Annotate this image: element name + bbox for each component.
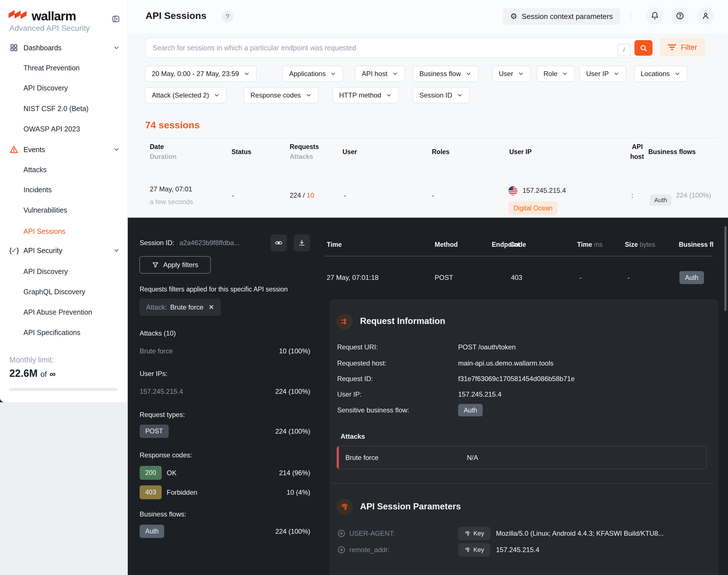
panel-scrollbar[interactable] xyxy=(724,226,727,311)
chevron-down-icon xyxy=(392,71,398,77)
session-context-parameters-button[interactable]: ⚙ Session context parameters xyxy=(503,8,620,25)
sidebar-item-graphql-discovery[interactable]: GraphQL Discovery xyxy=(24,288,85,296)
apply-filters-label: Apply filters xyxy=(163,261,198,269)
person-icon xyxy=(701,11,710,20)
cell-api-host: : xyxy=(631,191,633,199)
monthly-limit-value: 22.6M of ∞ xyxy=(9,368,56,379)
attack-detail-name: Brute force xyxy=(345,454,378,462)
session-id-value[interactable]: a2a4623b9f8ffdba... xyxy=(179,239,271,247)
filter-chip-applications[interactable]: Applications xyxy=(282,66,343,82)
filter-chip-user[interactable]: User xyxy=(492,66,531,82)
param-key-label: Key xyxy=(473,530,484,537)
chevron-down-icon xyxy=(244,71,250,77)
close-icon[interactable]: ✕ xyxy=(209,303,214,311)
help-button[interactable] xyxy=(671,7,689,25)
method-badge: POST xyxy=(140,425,169,438)
page-header xyxy=(128,0,728,34)
search-button[interactable] xyxy=(634,40,653,56)
chevron-down-icon xyxy=(330,71,336,77)
search-input[interactable] xyxy=(145,38,655,58)
account-button[interactable] xyxy=(697,7,715,25)
field-label-request-id: Request ID: xyxy=(337,375,373,383)
sidebar-item-api-sessions[interactable]: API Sessions xyxy=(24,227,66,235)
param-key-badge-remote-addr[interactable]: Key xyxy=(458,543,490,556)
sidebar-item-owasp-api[interactable]: OWASP API 2023 xyxy=(24,125,80,133)
card-section-divider xyxy=(331,483,713,484)
field-value-request-uri: POST /oauth/token xyxy=(458,343,516,351)
field-label-request-uri: Request URI: xyxy=(337,343,378,351)
filter-chip-session-id[interactable]: Session ID xyxy=(413,87,470,103)
monthly-limit-label: Monthly limit: xyxy=(9,356,54,364)
col-user: User xyxy=(343,148,357,156)
copy-link-button[interactable] xyxy=(271,234,287,251)
attack-filter-chip[interactable]: Attack: Brute force ✕ xyxy=(139,299,221,316)
param-label-user-agent: USER-AGENT: xyxy=(349,530,395,537)
chevron-down-icon xyxy=(518,71,524,77)
sidebar-item-attacks[interactable]: Attacks xyxy=(24,165,47,174)
cell-flow-count: 224 (100%) xyxy=(676,191,711,199)
user-ips-section-title: User IPs: xyxy=(140,370,168,378)
cell-user-ip[interactable]: 157.245.215.4 xyxy=(523,187,566,195)
field-value-user-ip: 157.245.215.4 xyxy=(458,391,501,398)
filter-chip-response-codes[interactable]: Response codes xyxy=(244,87,318,103)
rt-col-code: Code xyxy=(510,241,526,248)
chevron-down-icon xyxy=(562,71,568,77)
filter-chip-locations[interactable]: Locations xyxy=(634,66,687,82)
filter-button[interactable]: Filter xyxy=(660,38,705,57)
warning-triangle-icon xyxy=(9,145,19,154)
monthly-limit-progressbar[interactable] xyxy=(9,388,117,391)
rt-col-time: Time xyxy=(327,241,342,248)
field-value-request-id: f31e7f63069c170581454d086b58b71e xyxy=(458,375,575,383)
filter-chip-user-ip[interactable]: User IP xyxy=(579,66,626,82)
chevron-down-icon xyxy=(306,92,312,98)
attack-stat-row: Brute force 10 (100%) xyxy=(140,347,310,355)
param-value-user-agent: Mozilla/5.0 (Linux; Android 4.4.3; KFASW… xyxy=(496,530,664,537)
title-help-icon[interactable]: ? xyxy=(221,11,234,23)
status-200-name: OK xyxy=(167,469,177,477)
sidebar-item-threat-prevention[interactable]: Threat Prevention xyxy=(24,64,80,72)
sidebar-group-api-security[interactable]: {✓} API Security xyxy=(0,246,128,255)
sidebar-group-label: Dashboards xyxy=(24,44,62,52)
sidebar-group-events[interactable]: Events xyxy=(0,145,128,154)
col-date[interactable]: Date xyxy=(150,143,164,151)
plus-circle-icon[interactable] xyxy=(337,546,346,554)
collapse-sidebar-button[interactable] xyxy=(111,14,120,24)
sidebar-group-label: Events xyxy=(24,145,45,154)
cell-date: 27 May, 07:01 xyxy=(150,185,192,193)
filter-chip-attack[interactable]: Attack (Selected 2) xyxy=(145,87,227,103)
sidebar-group-dashboards[interactable]: Dashboards xyxy=(0,43,128,52)
status-200-badge: 200 xyxy=(140,466,162,480)
sidebar-item-incidents[interactable]: Incidents xyxy=(24,185,52,194)
business-flow-row: Auth 224 (100%) xyxy=(140,525,310,538)
attack-detail-row[interactable]: Brute force N/A xyxy=(336,446,707,469)
status-200-count: 214 (96%) xyxy=(279,469,310,477)
api-session-parameters-icon xyxy=(336,499,353,515)
filter-chip-role[interactable]: Role xyxy=(537,66,575,82)
attack-detail-value: N/A xyxy=(467,454,478,462)
plus-circle-icon[interactable] xyxy=(337,529,346,538)
monthly-limit-separator: of xyxy=(40,370,47,379)
param-key-label: Key xyxy=(473,546,484,553)
filter-chip-business-flow[interactable]: Business flow xyxy=(413,66,479,82)
rt-cell-size: - xyxy=(627,274,630,281)
wallarm-logo-icon xyxy=(8,9,28,22)
apply-filters-button[interactable]: Apply filters xyxy=(139,256,211,274)
filter-chip-api-host[interactable]: API host xyxy=(355,66,405,82)
filter-chip-date-range[interactable]: 20 May, 0:00 - 27 May, 23:59 xyxy=(145,66,256,82)
sidebar-item-api-abuse-prevention[interactable]: API Abuse Prevention xyxy=(24,308,92,316)
brand-subtitle: Advanced API Security xyxy=(9,24,90,33)
attack-name[interactable]: Brute force xyxy=(140,347,173,355)
user-ip-value[interactable]: 157.245.215.4 xyxy=(140,387,183,396)
sidebar-item-vulnerabilities[interactable]: Vulnerabilities xyxy=(24,206,67,214)
col-roles: Roles xyxy=(432,148,450,156)
fingerprint-icon xyxy=(464,547,471,553)
param-key-badge-user-agent[interactable]: Key xyxy=(458,527,490,540)
notifications-button[interactable] xyxy=(646,7,664,25)
response-code-row-200: 200 OK 214 (96%) xyxy=(140,466,310,480)
sidebar-item-api-discovery[interactable]: API Discovery xyxy=(24,84,68,92)
download-button[interactable] xyxy=(293,234,310,251)
sidebar-item-api-specifications[interactable]: API Specifications xyxy=(24,328,80,337)
sidebar-item-nist-csf[interactable]: NIST CSF 2.0 (Beta) xyxy=(24,104,89,113)
sidebar-item-api-discovery-2[interactable]: API Discovery xyxy=(24,267,68,276)
filter-chip-http-method[interactable]: HTTP method xyxy=(332,87,399,103)
